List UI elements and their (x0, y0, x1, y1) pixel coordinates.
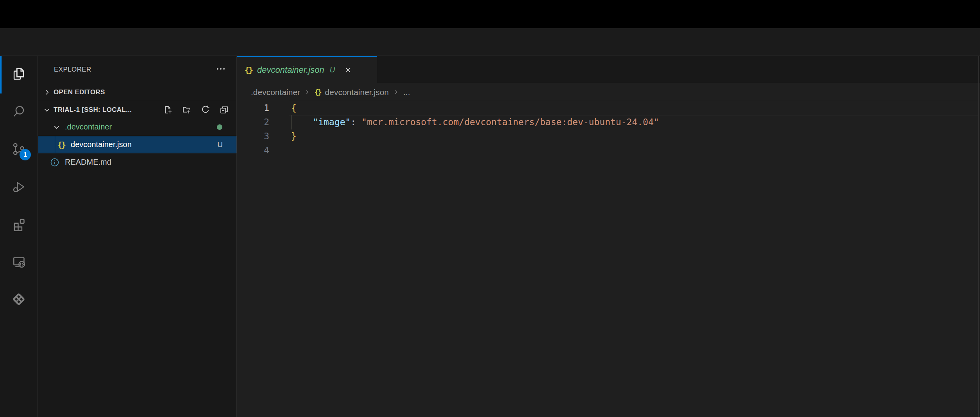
tree-item-devcontainer-json[interactable]: {} devcontainer.json U (38, 136, 236, 153)
editor-right-border (978, 56, 979, 417)
code-line[interactable]: { (291, 101, 297, 115)
explorer-sidebar: EXPLORER OPEN EDITORS TRIAL-1 [SSH: LOCA… (38, 56, 237, 417)
remote-explorer-icon (11, 254, 26, 271)
line-number: 1 (237, 101, 269, 115)
activity-extensions[interactable] (0, 206, 38, 244)
workspace-actions (163, 104, 236, 115)
activity-source-control[interactable]: 1 (0, 131, 38, 169)
current-line-highlight (289, 101, 978, 115)
refresh-icon[interactable] (200, 104, 211, 115)
more-actions-icon[interactable] (215, 63, 226, 76)
file-label: README.md (65, 158, 111, 167)
new-file-icon[interactable] (163, 104, 173, 115)
title-bar: Trial-1 [SSH: localhost:32772] (0, 28, 980, 56)
activity-bar: 1 (0, 56, 38, 417)
tree-item-devcontainer-folder[interactable]: .devcontainer (38, 118, 236, 136)
tree-indent-guide (55, 136, 55, 153)
activity-explorer[interactable] (0, 56, 38, 93)
code-line[interactable]: "image": "mcr.microsoft.com/devcontainer… (291, 115, 659, 129)
code-editor[interactable]: 1 2 3 4 { "image": "mcr.microsoft.com/de… (237, 56, 980, 417)
run-debug-icon (11, 179, 26, 196)
workspace-label: TRIAL-1 [SSH: LOCAL... (54, 106, 132, 114)
line-number: 3 (237, 129, 269, 143)
tree-item-readme[interactable]: README.md (38, 153, 236, 171)
new-folder-icon[interactable] (181, 104, 192, 115)
activity-search[interactable] (0, 93, 38, 131)
open-editors-section[interactable]: OPEN EDITORS (38, 83, 236, 101)
chevron-right-icon (43, 88, 51, 97)
workspace-section[interactable]: TRIAL-1 [SSH: LOCAL... (38, 101, 236, 118)
info-icon (50, 157, 60, 167)
activity-container-tools[interactable] (0, 281, 38, 319)
collapse-all-icon[interactable] (219, 104, 229, 115)
chevron-down-icon (43, 106, 51, 114)
git-untracked-badge: U (217, 140, 223, 149)
extensions-icon (11, 217, 26, 233)
file-label: devcontainer.json (71, 140, 132, 149)
open-editors-label: OPEN EDITORS (54, 88, 105, 96)
menu-strip (0, 0, 980, 28)
editor-group: {} devcontainer.json U .devcontainer {} … (237, 56, 980, 417)
container-tools-icon (11, 291, 27, 309)
line-number: 4 (237, 143, 269, 157)
line-number: 2 (237, 115, 269, 129)
scm-badge: 1 (20, 149, 31, 160)
json-file-icon: {} (57, 140, 65, 149)
chevron-down-icon (52, 123, 61, 131)
activity-run-debug[interactable] (0, 169, 38, 206)
code-line[interactable]: } (291, 129, 297, 143)
activity-remote-explorer[interactable] (0, 244, 38, 281)
folder-label: .devcontainer (65, 122, 112, 131)
sidebar-title: EXPLORER (54, 66, 215, 74)
magnifier-icon (11, 104, 26, 120)
sidebar-header: EXPLORER (38, 56, 236, 83)
git-modified-dot (217, 124, 222, 130)
files-icon (11, 67, 26, 83)
